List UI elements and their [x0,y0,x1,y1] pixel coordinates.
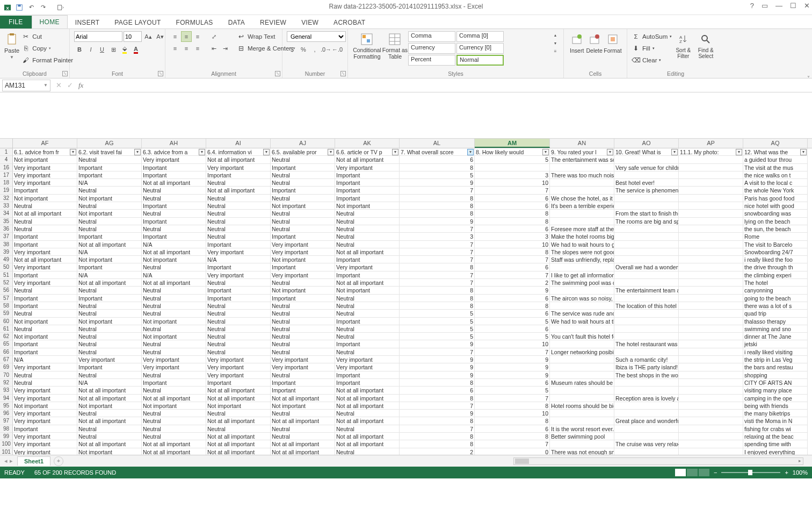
format-painter-button[interactable]: 🖌Format Painter [21,55,73,66]
cell[interactable] [614,171,679,179]
font-launcher[interactable]: ⤡ [158,71,163,76]
cell[interactable]: N/A [77,271,142,279]
cell[interactable]: Neutral [13,325,77,333]
cell[interactable]: Important [271,379,335,387]
cell[interactable]: Neutral [77,410,142,417]
cell[interactable]: Not at all important [271,417,335,425]
cell[interactable]: Neutral [206,340,271,348]
col-header-AG[interactable]: AG [77,139,142,148]
row-header[interactable]: 4 [0,156,13,163]
row-header[interactable]: 33 [0,202,13,210]
cell[interactable]: Not important [206,402,271,410]
cell[interactable]: Neutral [271,195,335,202]
cell[interactable]: Not at all important [13,256,77,263]
cell[interactable]: Neutral [142,348,206,356]
align-center-icon[interactable]: ≡ [181,43,192,54]
cell[interactable]: Neutral [142,195,206,202]
cell[interactable]: The visit at the mus [743,164,808,171]
cell[interactable]: Very important [271,248,335,256]
cell[interactable]: Neutral [271,425,335,433]
cell[interactable]: Very important [206,271,271,279]
row-header[interactable]: 57 [0,295,13,302]
cell[interactable]: It's been a terrible experience. [550,202,614,210]
cell[interactable]: Not at all important [206,156,271,163]
cell[interactable]: the sun, the beach [743,225,808,233]
cell[interactable]: Very important [335,263,400,271]
cell[interactable]: Very important [13,164,77,171]
copy-button[interactable]: ⎘Copy▾ [21,43,73,54]
cell[interactable]: N/A [13,356,77,363]
cell[interactable]: 9 [475,371,550,379]
cell[interactable] [550,356,614,363]
tab-data[interactable]: DATA [221,16,252,28]
cell[interactable]: We had to wait hours at the airport. The… [550,318,614,325]
cell[interactable]: Neutral [206,325,271,333]
cell[interactable]: 5 [475,387,550,394]
cell[interactable]: 9 [475,356,550,363]
cell[interactable]: Neutral [271,171,335,179]
cell[interactable]: Neutral [142,295,206,302]
cell[interactable]: Not at all important [335,279,400,287]
cell[interactable]: The best shops in the world [614,371,679,379]
cell[interactable]: 8 [475,433,550,440]
cell[interactable]: Foresee more staff at the check-in. [550,225,614,233]
cell[interactable] [614,333,679,340]
cell[interactable]: the bars and restau [743,363,808,371]
cell[interactable]: camping in the ope [743,395,808,402]
cell[interactable]: Neutral [77,187,142,194]
cell[interactable]: Neutral [271,310,335,317]
row-header[interactable]: 37 [0,233,13,240]
increase-indent-icon[interactable]: ⇥ [220,43,230,54]
cell[interactable]: Very important [206,164,271,171]
cell[interactable]: Neutral [335,210,400,217]
decrease-font-icon[interactable]: A▾ [155,31,165,42]
cell[interactable] [614,256,679,263]
cell[interactable]: Not at all important [206,417,271,425]
new-sheet-button[interactable]: + [54,456,63,466]
border-button[interactable]: ⊞ [108,44,119,55]
minimize-icon[interactable]: — [775,2,782,10]
cell[interactable]: 7 [475,256,550,263]
cell[interactable] [614,318,679,325]
cell[interactable] [679,195,743,202]
cell[interactable] [679,379,743,387]
cell[interactable]: Not at all important [206,387,271,394]
cell[interactable]: Neutral [271,333,335,340]
bold-button[interactable]: B [74,44,85,55]
cell[interactable]: 5 [400,171,475,179]
select-all-corner[interactable] [0,139,13,148]
cell[interactable]: Important [77,171,142,179]
row-header[interactable]: 50 [0,263,13,271]
cell[interactable]: The location of this hotel is perfect fo… [614,302,679,310]
redo-icon[interactable]: ↷ [38,2,48,13]
cell[interactable]: The hotel restaurant was great. [614,340,679,348]
row-header[interactable]: 95 [0,402,13,410]
cell[interactable]: Overall we had a wonderful vacation, the… [614,263,679,271]
cell[interactable]: 8 [400,302,475,310]
cell[interactable]: Not at all important [206,448,271,455]
cell[interactable]: Not important [142,402,206,410]
cell[interactable]: Not important [77,448,142,455]
cell[interactable]: fishing for crabs wi [743,425,808,433]
cell[interactable] [614,402,679,410]
col-header-AI[interactable]: AI [206,139,271,148]
cell[interactable]: Neutral [77,156,142,163]
cell[interactable] [614,348,679,356]
row-header[interactable]: 69 [0,363,13,371]
cell[interactable]: Important [206,241,271,248]
cell[interactable]: Neutral [77,325,142,333]
cell[interactable]: Important [335,379,400,387]
style-percent[interactable]: Percent [408,55,455,66]
cell[interactable]: Neutral [77,340,142,348]
align-middle-icon[interactable]: ≡ [181,31,192,42]
cell[interactable]: Not at all important [335,417,400,425]
cell[interactable] [679,433,743,440]
cell[interactable]: N/A [77,379,142,387]
cell[interactable]: Not at all important [142,179,206,187]
filter-button[interactable]: ▾ [70,149,76,155]
cell[interactable]: Not at all important [335,156,400,163]
row-header[interactable]: 56 [0,287,13,294]
cell[interactable]: Important [335,256,400,263]
cell[interactable] [679,387,743,394]
cell[interactable]: Not at all important [142,279,206,287]
